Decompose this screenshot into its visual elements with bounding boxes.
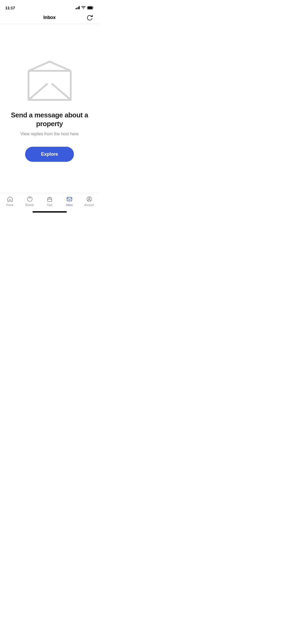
- boards-tab-label: Boards: [25, 204, 34, 206]
- home-tab-label: Home: [6, 204, 13, 206]
- envelope-illustration: [23, 59, 76, 102]
- home-tab-icon: [7, 196, 13, 203]
- wifi-icon: [81, 6, 86, 9]
- account-tab-label: Account: [84, 204, 94, 206]
- svg-rect-1: [88, 7, 92, 9]
- empty-state: Send a message about a property View rep…: [0, 24, 99, 192]
- status-bar: 11:17: [0, 0, 99, 12]
- tab-trips[interactable]: Trips: [40, 196, 59, 206]
- svg-rect-5: [67, 197, 72, 201]
- empty-subtitle: View replies from the host here: [20, 131, 78, 137]
- tab-boards[interactable]: Boards: [20, 196, 40, 206]
- refresh-icon: [87, 15, 93, 21]
- trips-tab-label: Trips: [46, 204, 52, 206]
- status-icons: [76, 6, 94, 10]
- home-indicator: [32, 211, 67, 213]
- tab-inbox[interactable]: Inbox: [59, 196, 79, 206]
- header: Inbox: [0, 12, 99, 24]
- explore-button[interactable]: Explore: [25, 147, 74, 162]
- inbox-tab-icon: [66, 196, 73, 203]
- svg-point-7: [88, 198, 90, 199]
- signal-icon: [76, 6, 80, 9]
- status-time: 11:17: [5, 6, 15, 10]
- tab-account[interactable]: Account: [79, 196, 99, 206]
- refresh-button[interactable]: [86, 14, 94, 21]
- battery-icon: [87, 6, 94, 10]
- svg-rect-3: [48, 198, 52, 201]
- tab-home[interactable]: Home: [0, 196, 20, 206]
- trips-tab-icon: [46, 196, 53, 203]
- boards-tab-icon: [26, 196, 33, 203]
- account-tab-icon: [86, 196, 93, 203]
- page-title: Inbox: [43, 15, 56, 20]
- inbox-tab-label: Inbox: [66, 204, 73, 206]
- empty-title: Send a message about a property: [11, 111, 88, 128]
